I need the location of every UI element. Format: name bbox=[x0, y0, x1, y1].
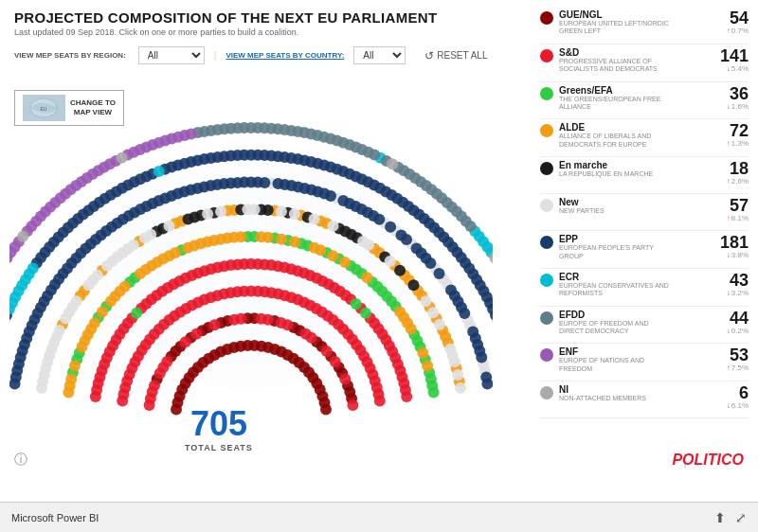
party-color-dot bbox=[540, 311, 553, 325]
svg-point-23 bbox=[180, 378, 191, 389]
svg-point-73 bbox=[190, 328, 202, 340]
arrow-down-icon bbox=[727, 64, 731, 73]
svg-point-29 bbox=[288, 353, 299, 364]
svg-point-279 bbox=[69, 361, 81, 372]
info-icon[interactable]: ⓘ bbox=[14, 452, 27, 469]
arrow-down-icon bbox=[727, 102, 731, 111]
share-icon[interactable]: ⬆ bbox=[714, 510, 726, 525]
party-info: ALDEALLIANCE OF LIBERALS AND DEMOCRATS F… bbox=[559, 122, 700, 149]
party-color-dot bbox=[540, 49, 553, 62]
party-description: ALLIANCE OF LIBERALS AND DEMOCRATS FOR E… bbox=[559, 133, 673, 149]
svg-point-235 bbox=[289, 237, 300, 248]
party-row-ni[interactable]: NINON-ATTACHED MEMBERS66.1% bbox=[540, 384, 749, 410]
party-change: 2.6% bbox=[727, 177, 749, 186]
svg-point-359 bbox=[276, 206, 287, 218]
reset-label: RESET ALL bbox=[437, 50, 487, 61]
svg-point-229 bbox=[371, 281, 383, 293]
party-info: ECREUROPEAN CONSERVATIVES AND REFORMISTS bbox=[559, 272, 700, 298]
party-info: EPPEUROPEAN PEOPLE'S PARTY GROUP bbox=[559, 234, 700, 260]
svg-point-260 bbox=[63, 387, 74, 399]
party-info: Greens/EFATHE GREENS/EUROPEAN FREE ALLIA… bbox=[559, 85, 700, 112]
party-row-gue_ngl[interactable]: GUE/NGLEUROPEAN UNITED LEFT/NORDIC GREEN… bbox=[540, 9, 749, 36]
svg-point-583 bbox=[153, 166, 165, 177]
svg-point-460 bbox=[123, 210, 135, 222]
party-row-epp[interactable]: EPPEUROPEAN PEOPLE'S PARTY GROUP1813.8% bbox=[540, 234, 749, 260]
party-row-alde[interactable]: ALDEALLIANCE OF LIBERALS AND DEMOCRATS F… bbox=[540, 122, 749, 149]
svg-point-160 bbox=[329, 282, 340, 293]
party-seat-count: 181 bbox=[720, 234, 749, 251]
svg-point-190 bbox=[97, 364, 108, 376]
svg-point-129 bbox=[117, 396, 128, 407]
svg-point-71 bbox=[235, 313, 246, 325]
svg-point-459 bbox=[185, 185, 196, 196]
party-row-ecr[interactable]: ECREUROPEAN CONSERVATIVES AND REFORMISTS… bbox=[540, 272, 749, 298]
svg-point-402 bbox=[445, 284, 457, 295]
total-seats-number: 705 bbox=[185, 407, 253, 441]
party-color-dot bbox=[540, 124, 553, 137]
svg-point-361 bbox=[242, 204, 253, 215]
expand-icon[interactable]: ⤢ bbox=[735, 510, 747, 525]
party-seat-count: 72 bbox=[730, 122, 749, 139]
svg-point-268 bbox=[339, 257, 351, 268]
party-seat-count: 43 bbox=[730, 272, 749, 289]
svg-point-466 bbox=[21, 332, 32, 344]
party-row-efdd[interactable]: EFDDEUROPE OF FREEDOM AND DIRECT DEMOCRA… bbox=[540, 310, 749, 336]
svg-point-262 bbox=[417, 347, 428, 359]
party-description: THE GREENS/EUROPEAN FREE ALLIANCE bbox=[559, 96, 673, 112]
party-legend: GUE/NGLEUROPEAN UNITED LEFT/NORDIC GREEN… bbox=[540, 9, 749, 421]
party-count-block: 578.1% bbox=[706, 197, 749, 222]
svg-point-153 bbox=[387, 346, 398, 358]
svg-point-133 bbox=[358, 350, 370, 362]
politico-brand: POLITICO bbox=[672, 452, 744, 469]
svg-point-463 bbox=[75, 248, 86, 259]
total-seats-label: TOTAL SEATS bbox=[185, 443, 253, 452]
svg-point-193 bbox=[90, 391, 101, 402]
svg-point-170 bbox=[245, 258, 257, 270]
svg-point-469 bbox=[467, 327, 478, 338]
party-count-block: 540.7% bbox=[706, 9, 749, 35]
view-country-link[interactable]: VIEW MEP SEATS BY COUNTRY: bbox=[226, 51, 344, 60]
party-info: EFDDEUROPE OF FREEDOM AND DIRECT DEMOCRA… bbox=[559, 310, 700, 336]
reset-button[interactable]: ↺ RESET ALL bbox=[424, 49, 487, 62]
svg-point-201 bbox=[351, 298, 362, 310]
svg-point-276 bbox=[89, 317, 100, 328]
party-info: NINON-ATTACHED MEMBERS bbox=[559, 384, 700, 402]
party-change: 1.3% bbox=[727, 139, 749, 148]
party-name: NI bbox=[559, 384, 700, 395]
svg-point-21 bbox=[203, 353, 214, 364]
party-color-dot bbox=[540, 162, 553, 175]
party-name: ALDE bbox=[559, 122, 700, 133]
party-name: En marche bbox=[559, 160, 700, 170]
party-change: 5.4% bbox=[727, 64, 749, 73]
party-name: ENF bbox=[559, 346, 700, 357]
svg-point-68 bbox=[321, 346, 333, 357]
region-select[interactable]: All North South bbox=[138, 46, 205, 64]
svg-point-403 bbox=[434, 268, 445, 279]
parliament-chart: 705 TOTAL SEATS bbox=[0, 71, 502, 488]
arrow-up-icon bbox=[727, 364, 731, 372]
party-row-sd[interactable]: S&DPROGRESSIVE ALLIANCE OF SOCIALISTS AN… bbox=[540, 47, 749, 74]
svg-point-406 bbox=[411, 243, 423, 255]
party-row-enf[interactable]: ENFEUROPE OF NATIONS AND FREEDOM537.5% bbox=[540, 346, 749, 373]
svg-point-278 bbox=[77, 342, 88, 353]
svg-point-397 bbox=[480, 372, 492, 383]
svg-point-352 bbox=[420, 295, 431, 307]
svg-point-355 bbox=[357, 236, 369, 247]
svg-point-462 bbox=[100, 225, 112, 237]
party-info: GUE/NGLEUROPEAN UNITED LEFT/NORDIC GREEN… bbox=[559, 9, 700, 36]
party-change: 7.5% bbox=[727, 364, 749, 372]
party-row-en_marche[interactable]: En marcheLA REPUBLIQUE EN MARCHE182.6% bbox=[540, 160, 749, 186]
party-row-greens[interactable]: Greens/EFATHE GREENS/EUROPEAN FREE ALLIA… bbox=[540, 85, 749, 112]
svg-point-178 bbox=[180, 273, 191, 284]
svg-point-363 bbox=[202, 208, 213, 220]
party-count-block: 1813.8% bbox=[706, 234, 749, 259]
svg-point-368 bbox=[67, 301, 79, 312]
party-color-dot bbox=[540, 11, 553, 25]
svg-point-454 bbox=[356, 204, 368, 215]
party-row-new[interactable]: NewNEW PARTIES578.1% bbox=[540, 197, 749, 222]
country-select[interactable]: All bbox=[353, 46, 406, 64]
party-color-dot bbox=[540, 348, 553, 362]
svg-point-188 bbox=[104, 346, 116, 358]
party-info: ENFEUROPE OF NATIONS AND FREEDOM bbox=[559, 346, 700, 373]
party-change: 1.6% bbox=[727, 102, 749, 111]
